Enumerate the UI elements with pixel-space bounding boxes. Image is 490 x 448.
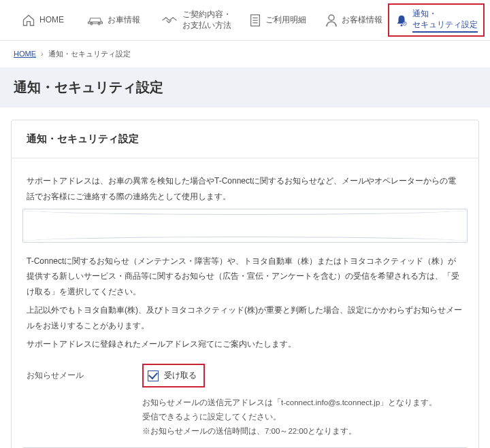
nav-car-label: お車情報 bbox=[108, 15, 140, 26]
handshake-icon bbox=[161, 14, 178, 27]
breadcrumb-home[interactable]: HOME bbox=[14, 50, 36, 58]
breadcrumb: HOME › 通知・セキュリティ設定 bbox=[0, 41, 490, 67]
note-receive: 受信できるように設定してください。 bbox=[142, 410, 463, 424]
nav-home-label: HOME bbox=[39, 15, 64, 26]
nav-car-info[interactable]: お車情報 bbox=[84, 14, 143, 27]
nav-notify-label: 通知・ セキュリティ設定 bbox=[412, 9, 478, 33]
receipt-icon bbox=[249, 14, 261, 27]
nav-home[interactable]: HOME bbox=[19, 14, 67, 27]
notify-mail-field: お知らせメール 受け取る お知らせメールの送信元アドレスは「t-connect.… bbox=[27, 364, 463, 438]
note-sender: お知らせメールの送信元アドレスは「t-connect.info@s.tconne… bbox=[142, 396, 463, 410]
user-icon bbox=[325, 14, 338, 27]
paragraph-3: サポートアドレスに登録されたメールアドレス宛てにご案内いたします。 bbox=[27, 337, 463, 352]
note-time: ※お知らせメールの送信時間は、7:00～22:00となります。 bbox=[142, 424, 463, 438]
receive-checkbox[interactable] bbox=[148, 371, 159, 381]
page-title-strip: 通知・セキュリティ設定 bbox=[0, 67, 490, 107]
nav-customer-label: お客様情報 bbox=[342, 15, 382, 26]
nav-notify-highlight: 通知・ セキュリティ設定 bbox=[388, 3, 485, 37]
nav-usage-label: ご利用明細 bbox=[265, 15, 306, 26]
nav-usage[interactable]: ご利用明細 bbox=[246, 14, 309, 27]
receive-checkbox-label: 受け取る bbox=[164, 368, 197, 383]
breadcrumb-current: 通知・セキュリティ設定 bbox=[48, 50, 131, 58]
settings-card: 通知・セキュリティ設定 サポートアドレスは、お車の異常を検知した場合やT-Con… bbox=[11, 120, 479, 448]
paragraph-1: T-Connectに関するお知らせ（メンテナンス・障害等）や、トヨタ自動車（株）… bbox=[27, 254, 463, 300]
section-gap bbox=[22, 209, 468, 243]
svg-point-6 bbox=[329, 15, 334, 20]
card-title: 通知・セキュリティ設定 bbox=[12, 120, 478, 158]
intro-text: サポートアドレスは、お車の異常を検知した場合やT-Connectに関するお知らせ… bbox=[27, 173, 463, 205]
nav-contract-label: ご契約内容・ お支払い方法 bbox=[182, 10, 231, 31]
page-title: 通知・セキュリティ設定 bbox=[14, 78, 476, 97]
top-nav: HOME お車情報 ご契約内容・ お支払い方法 ご利用明細 お客様情報 通 bbox=[0, 0, 490, 41]
paragraph-2: 上記以外でもトヨタ自動車(株)、及びトヨタコネクティッド(株)が重要と判断した場… bbox=[27, 303, 463, 334]
nav-contract[interactable]: ご契約内容・ お支払い方法 bbox=[158, 10, 234, 31]
svg-point-7 bbox=[401, 24, 403, 26]
bell-icon bbox=[395, 14, 408, 28]
nav-notify[interactable]: 通知・ セキュリティ設定 bbox=[395, 9, 478, 33]
field-label: お知らせメール bbox=[27, 364, 129, 383]
chevron-right-icon: › bbox=[41, 50, 44, 58]
receive-checkbox-highlight: 受け取る bbox=[142, 364, 205, 387]
home-icon bbox=[22, 14, 35, 27]
car-icon bbox=[87, 14, 103, 27]
nav-customer[interactable]: お客様情報 bbox=[323, 14, 385, 27]
